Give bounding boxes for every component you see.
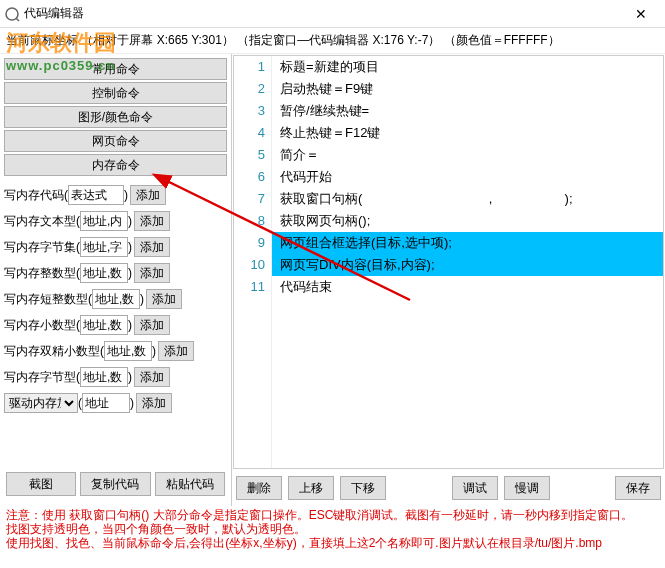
- mem-row-1: 写内存文本型() 添加: [4, 210, 227, 232]
- code-line[interactable]: 网页组合框选择(目标,选中项);: [272, 232, 663, 254]
- row-label: 写内存整数型(: [4, 265, 80, 282]
- addr-input[interactable]: [82, 393, 130, 413]
- mem-row-6: 写内存双精小数型()添加: [4, 340, 227, 362]
- br-btn-3[interactable]: 调试: [452, 476, 498, 500]
- svg-line-1: [16, 18, 19, 21]
- expr-input[interactable]: [92, 289, 140, 309]
- line-number: 8: [234, 210, 265, 232]
- line-number: 3: [234, 100, 265, 122]
- br-btn-0[interactable]: 删除: [236, 476, 282, 500]
- add-button[interactable]: 添加: [134, 367, 170, 387]
- bl-btn-1[interactable]: 复制代码: [80, 472, 150, 496]
- notes: 注意：使用 获取窗口句柄() 大部分命令是指定窗口操作。ESC键取消调试。截图有…: [0, 506, 665, 552]
- expr-input[interactable]: [80, 263, 128, 283]
- code-line[interactable]: 网页写DIV内容(目标,内容);: [272, 254, 663, 276]
- line-gutter: 1234567891011: [234, 56, 272, 468]
- br-btn-2[interactable]: 下移: [340, 476, 386, 500]
- add-button[interactable]: 添加: [136, 393, 172, 413]
- code-line[interactable]: 代码开始: [272, 166, 663, 188]
- add-button[interactable]: 添加: [134, 315, 170, 335]
- line-number: 10: [234, 254, 265, 276]
- cmd-button-2[interactable]: 图形/颜色命令: [4, 106, 227, 128]
- code-line[interactable]: 标题=新建的项目: [272, 56, 663, 78]
- code-line[interactable]: 简介＝: [272, 144, 663, 166]
- add-button[interactable]: 添加: [134, 211, 170, 231]
- add-button[interactable]: 添加: [134, 263, 170, 283]
- mem-row-2: 写内存字节集() 添加: [4, 236, 227, 258]
- status-bar: 当前鼠标坐标 （相对于屏幕 X:665 Y:301） （指定窗口—代码编辑器 X…: [0, 28, 665, 54]
- mem-row-7: 写内存字节型() 添加: [4, 366, 227, 388]
- code-line[interactable]: 暂停/继续热键=: [272, 100, 663, 122]
- note-line: 使用找图、找色、当前鼠标命令后,会得出(坐标x,坐标y)，直接填上这2个名称即可…: [6, 536, 659, 550]
- window-title: 代码编辑器: [24, 5, 621, 22]
- note-line: 注意：使用 获取窗口句柄() 大部分命令是指定窗口操作。ESC键取消调试。截图有…: [6, 508, 659, 522]
- close-button[interactable]: ✕: [621, 6, 661, 22]
- left-panel: 常用命令控制命令图形/颜色命令网页命令内存命令 写内存代码() 添加写内存文本型…: [0, 54, 232, 506]
- line-number: 6: [234, 166, 265, 188]
- add-button[interactable]: 添加: [130, 185, 166, 205]
- row-label: 写内存字节型(: [4, 369, 80, 386]
- mem-row-0: 写内存代码() 添加: [4, 184, 227, 206]
- bl-btn-2[interactable]: 粘贴代码: [155, 472, 225, 496]
- line-number: 5: [234, 144, 265, 166]
- code-line[interactable]: 获取窗口句柄( , );: [272, 188, 663, 210]
- line-number: 2: [234, 78, 265, 100]
- driver-select[interactable]: 驱动内存加: [4, 393, 78, 413]
- code-line[interactable]: 获取网页句柄();: [272, 210, 663, 232]
- code-area[interactable]: 标题=新建的项目启动热键＝F9键暂停/继续热键=终止热键＝F12键简介＝代码开始…: [272, 56, 663, 468]
- mem-row-4: 写内存短整数型() 添加: [4, 288, 227, 310]
- select-row: 驱动内存加() 添加: [4, 392, 227, 414]
- cmd-button-0[interactable]: 常用命令: [4, 58, 227, 80]
- cmd-button-3[interactable]: 网页命令: [4, 130, 227, 152]
- titlebar: 代码编辑器 ✕: [0, 0, 665, 28]
- row-label: 写内存文本型(: [4, 213, 80, 230]
- expr-input[interactable]: [68, 185, 124, 205]
- mem-row-3: 写内存整数型() 添加: [4, 262, 227, 284]
- expr-input[interactable]: [80, 237, 128, 257]
- line-number: 4: [234, 122, 265, 144]
- note-line: 找图支持透明色，当四个角颜色一致时，默认为透明色。: [6, 522, 659, 536]
- add-button[interactable]: 添加: [146, 289, 182, 309]
- line-number: 7: [234, 188, 265, 210]
- line-number: 1: [234, 56, 265, 78]
- row-label: 写内存双精小数型(: [4, 343, 104, 360]
- app-icon: [4, 6, 20, 22]
- row-label: 写内存小数型(: [4, 317, 80, 334]
- row-label: 写内存字节集(: [4, 239, 80, 256]
- line-number: 11: [234, 276, 265, 298]
- code-line[interactable]: 启动热键＝F9键: [272, 78, 663, 100]
- cmd-button-1[interactable]: 控制命令: [4, 82, 227, 104]
- line-number: 9: [234, 232, 265, 254]
- code-editor[interactable]: 1234567891011 标题=新建的项目启动热键＝F9键暂停/继续热键=终止…: [233, 55, 664, 469]
- add-button[interactable]: 添加: [134, 237, 170, 257]
- right-panel: 1234567891011 标题=新建的项目启动热键＝F9键暂停/继续热键=终止…: [232, 54, 665, 506]
- row-label: 写内存代码(: [4, 187, 68, 204]
- code-line[interactable]: 代码结束: [272, 276, 663, 298]
- add-button[interactable]: 添加: [158, 341, 194, 361]
- mem-row-5: 写内存小数型() 添加: [4, 314, 227, 336]
- expr-input[interactable]: [80, 367, 128, 387]
- bl-btn-0[interactable]: 截图: [6, 472, 76, 496]
- row-label: 写内存短整数型(: [4, 291, 92, 308]
- br-btn-4[interactable]: 慢调: [504, 476, 550, 500]
- expr-input[interactable]: [80, 315, 128, 335]
- code-line[interactable]: 终止热键＝F12键: [272, 122, 663, 144]
- expr-input[interactable]: [80, 211, 128, 231]
- expr-input[interactable]: [104, 341, 152, 361]
- br-btn-5[interactable]: 保存: [615, 476, 661, 500]
- cmd-button-4[interactable]: 内存命令: [4, 154, 227, 176]
- br-btn-1[interactable]: 上移: [288, 476, 334, 500]
